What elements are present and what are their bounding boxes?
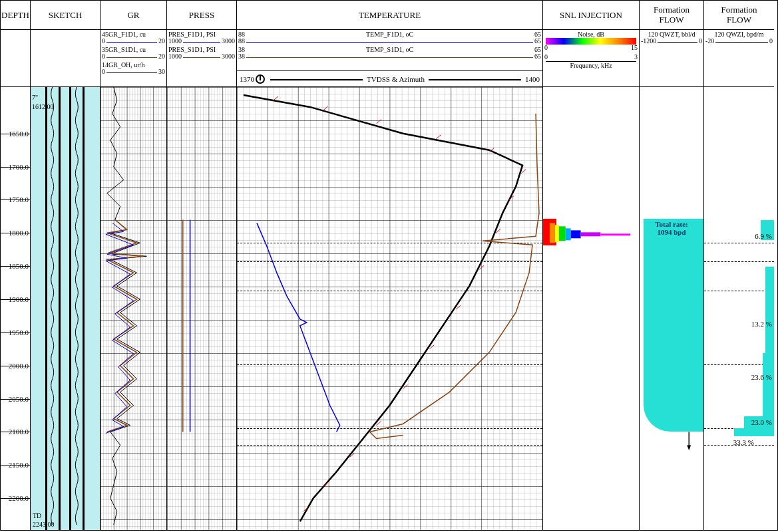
svg-rect-25: [600, 233, 630, 235]
tvdss-right: 1400: [525, 75, 540, 83]
track-temp-title: TEMPERATURE: [237, 1, 542, 30]
compass-icon: [256, 74, 265, 84]
svg-rect-21: [559, 226, 566, 241]
track-sketch: SKETCH 7" 1612.00 TD 2243.00: [31, 1, 100, 530]
track-press-title: PRESS: [167, 1, 236, 30]
flow2-pct-0: 6.9 %: [755, 232, 772, 240]
temp-tvdss-header: 1370 TVDSS & Azimuth 1400: [237, 71, 542, 87]
flow2-pct-1: 13.2 %: [751, 320, 772, 328]
track-sketch-title: SKETCH: [31, 1, 100, 30]
track-snl: SNL INJECTION Noise, dB 015 03 Frequency…: [543, 1, 640, 530]
snl-noise-min: 0: [544, 45, 548, 51]
svg-rect-22: [566, 228, 571, 240]
snl-plot: [543, 87, 639, 530]
svg-rect-20: [555, 225, 559, 242]
press-legend: PRES_F1D1, PSI10003000PRES_S1D1, PSI1000…: [167, 30, 236, 87]
well-log: DEPTH 1650.01700.01750.01800.01850.01900…: [0, 0, 778, 531]
track-flow2-title: Formation FLOW: [704, 1, 774, 30]
snl-freq-max: 3: [634, 54, 638, 61]
track-depth: DEPTH 1650.01700.01750.01800.01850.01900…: [1, 1, 31, 530]
track-temp: TEMPERATURE 88TEMP_F1D1, oC65886538TEMP_…: [237, 1, 543, 530]
snl-colorbar: [546, 38, 636, 45]
flow1-min: -1200: [641, 38, 656, 45]
flow2-legend: 120 QWZI, bpd/m -200: [704, 30, 774, 87]
svg-rect-24: [581, 232, 601, 236]
track-snl-title: SNL INJECTION: [543, 1, 639, 30]
flow2-pct-3: 23.0 %: [751, 418, 772, 426]
temp-plot: [237, 87, 542, 530]
td-label: TD: [33, 512, 41, 519]
svg-line-16: [323, 482, 328, 486]
svg-rect-19: [550, 223, 555, 243]
temp-legend: 88TEMP_F1D1, oC65886538TEMP_S1D1, oC6538…: [237, 30, 542, 71]
flow1-max: 0: [699, 38, 702, 45]
flow1-plot: Total rate: 1094 bpd: [640, 87, 703, 530]
flow2-title-l2: FLOW: [727, 15, 751, 25]
seven-inch-depth: 1612.00: [32, 103, 54, 110]
svg-line-3: [323, 106, 328, 110]
snl-freq-min: 0: [544, 54, 548, 61]
flow2-min: -20: [705, 38, 714, 45]
snl-legend: Noise, dB 015 03 Frequency, kHz: [543, 30, 639, 87]
seven-inch-label: 7": [32, 94, 38, 101]
tvdss-label: TVDSS & Azimuth: [367, 75, 425, 83]
gr-legend: 45GR_F1D1, cu02035GR_S1D1, cu02014GR_OH,…: [100, 30, 166, 87]
flow2-plot: 6.9 % 13.2 % 23.6 % 23.0 % 33.3 %: [704, 87, 774, 530]
gr-plot: [100, 87, 166, 530]
svg-rect-18: [543, 219, 550, 243]
flow2-title-l1: Formation: [721, 5, 757, 15]
svg-rect-23: [571, 230, 581, 238]
press-plot: [167, 87, 236, 530]
flow1-legend: 120 QWZT, bbl/d -12000: [640, 30, 703, 87]
track-flow1-title: Formation FLOW: [640, 1, 703, 30]
track-gr-title: GR: [100, 1, 166, 30]
track-gr: GR 45GR_F1D1, cu02035GR_S1D1, cu02014GR_…: [100, 1, 167, 530]
tvdss-left: 1370: [240, 75, 254, 83]
sketch-plot: 7" 1612.00 TD 2243.00: [31, 87, 100, 530]
track-depth-title: DEPTH: [1, 1, 30, 30]
depth-plot: 1650.01700.01750.01800.01850.01900.01950…: [1, 87, 30, 530]
td-depth: 2243.00: [33, 521, 55, 528]
svg-line-2: [274, 96, 278, 100]
svg-line-4: [377, 120, 381, 124]
sketch-legend-spacer: [31, 30, 100, 87]
snl-noise-label: Noise, dB: [578, 31, 604, 38]
flow1-title-l2: FLOW: [660, 15, 684, 25]
flow1-title-l1: Formation: [654, 5, 689, 15]
track-flow1: Formation FLOW 120 QWZT, bbl/d -12000 To…: [640, 1, 704, 530]
snl-noise-max: 15: [631, 45, 638, 51]
track-press: PRESS PRES_F1D1, PSI10003000PRES_S1D1, P…: [167, 1, 237, 530]
svg-line-5: [436, 135, 441, 139]
flow2-pct-4: 33.3 %: [733, 438, 754, 446]
track-flow2: Formation FLOW 120 QWZI, bpd/m -200 6.9 …: [704, 1, 774, 530]
snl-freq-label: Frequency, kHz: [570, 62, 612, 69]
depth-legend-spacer: [1, 30, 30, 87]
flow2-max: 0: [769, 38, 773, 45]
flow2-pct-2: 23.6 %: [751, 373, 772, 381]
